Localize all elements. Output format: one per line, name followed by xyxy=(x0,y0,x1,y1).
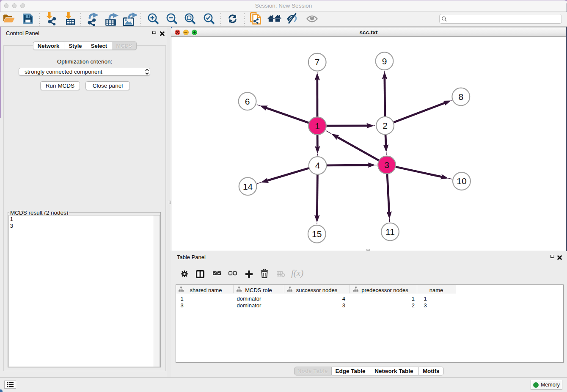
svg-text:14: 14 xyxy=(243,182,253,191)
svg-text:9: 9 xyxy=(382,56,387,66)
svg-text:4: 4 xyxy=(315,160,320,170)
svg-text:15: 15 xyxy=(312,229,322,239)
svg-text:1: 1 xyxy=(315,121,320,131)
svg-text:6: 6 xyxy=(245,97,250,106)
svg-text:3: 3 xyxy=(384,160,389,170)
svg-text:7: 7 xyxy=(315,57,320,67)
svg-text:2: 2 xyxy=(383,121,388,130)
svg-text:10: 10 xyxy=(457,176,466,186)
svg-text:8: 8 xyxy=(458,92,463,102)
svg-text:11: 11 xyxy=(385,227,395,237)
